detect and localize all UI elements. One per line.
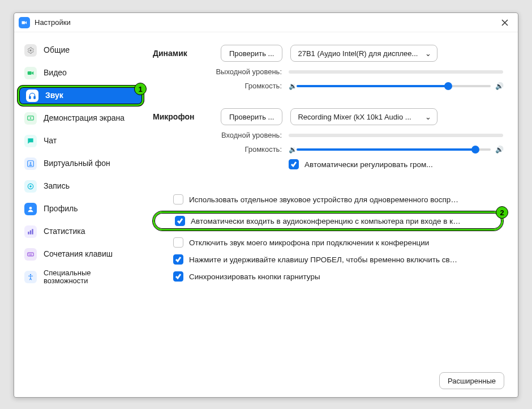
auto-join-audio-label: Автоматически входить в аудиоконференцию…	[191, 217, 462, 225]
sync-headset-label: Синхронизировать кнопки гарнитуры	[189, 272, 320, 281]
svg-rect-2	[29, 96, 31, 99]
app-icon	[19, 17, 30, 28]
close-button[interactable]	[496, 14, 513, 31]
auto-join-audio-row: Автоматически входить в аудиоконференцию…	[153, 211, 503, 231]
speaker-device-select[interactable]: 27B1 (Аудио Intel(R) для дисплее... ⌄	[290, 45, 437, 62]
svg-rect-12	[32, 229, 33, 234]
svg-rect-1	[28, 71, 32, 75]
svg-rect-10	[28, 232, 29, 235]
sidebar-item-label: Специальные возможности	[44, 269, 137, 286]
sidebar-item-label: Профиль	[44, 204, 78, 213]
sidebar-item-share-screen[interactable]: Демонстрация экрана	[18, 108, 144, 129]
volume-low-icon: 🔉	[289, 82, 297, 90]
sidebar-item-accessibility[interactable]: Специальные возможности	[18, 267, 144, 287]
svg-point-18	[30, 274, 31, 275]
sidebar-item-recording[interactable]: Запись	[18, 176, 144, 197]
keyboard-icon	[24, 248, 37, 261]
test-mic-button[interactable]: Проверить ...	[221, 108, 282, 125]
sidebar-item-label: Чат	[44, 137, 57, 145]
mute-mic-on-join-checkbox[interactable]	[173, 237, 183, 248]
sidebar-item-label: Видео	[44, 69, 67, 77]
window-title: Настройки	[35, 18, 71, 27]
speaker-output-meter	[289, 70, 503, 74]
profile-icon	[24, 203, 37, 215]
output-level-label: Выходной уровень:	[153, 67, 289, 76]
chevron-down-icon: ⌄	[425, 113, 431, 121]
mic-device-value: Recording Mixer (kX 10k1 Audio ...	[298, 113, 411, 121]
highlight-badge: 1	[134, 83, 147, 95]
svg-point-9	[29, 207, 32, 210]
svg-rect-17	[29, 255, 32, 255]
sidebar-item-label: Сочетания клавиш	[44, 250, 113, 258]
volume-high-icon: 🔊	[495, 146, 503, 154]
mic-device-select[interactable]: Recording Mixer (kX 10k1 Audio ... ⌄	[290, 108, 437, 125]
sync-headset-checkbox[interactable]	[173, 271, 183, 282]
sidebar-item-statistics[interactable]: Статистика	[18, 221, 144, 242]
sidebar-item-label: Звук	[45, 91, 63, 100]
mic-volume-slider[interactable]	[297, 148, 491, 151]
sidebar: Общие Видео Звук 1 Демонстрация экрана Ч…	[14, 32, 147, 397]
speaker-volume-label: Громкость:	[153, 82, 289, 90]
sidebar-item-video[interactable]: Видео	[18, 63, 144, 83]
mic-input-meter	[289, 134, 503, 137]
headphones-icon	[26, 90, 38, 102]
auto-adjust-volume-checkbox[interactable]	[289, 159, 299, 169]
svg-rect-15	[30, 254, 31, 254]
mic-volume-label: Громкость:	[153, 145, 289, 154]
separate-device-label: Использовать отдельное звуковое устройст…	[189, 195, 461, 204]
sidebar-item-label: Виртуальный фон	[44, 159, 110, 168]
sidebar-item-chat[interactable]: Чат	[18, 131, 144, 151]
chat-icon	[24, 135, 37, 147]
svg-rect-16	[31, 254, 32, 254]
accessibility-icon	[24, 271, 37, 283]
svg-rect-14	[29, 254, 29, 254]
speaker-section-label: Динамик	[153, 49, 221, 58]
mic-section-label: Микрофон	[153, 112, 221, 121]
content-panel: Динамик Проверить ... 27B1 (Аудио Intel(…	[147, 32, 518, 397]
highlight-badge: 2	[496, 206, 508, 219]
speaker-device-value: 27B1 (Аудио Intel(R) для дисплее...	[298, 49, 418, 58]
separate-device-checkbox[interactable]	[173, 194, 183, 204]
volume-low-icon: 🔉	[289, 146, 297, 154]
close-icon	[501, 19, 508, 26]
sidebar-item-label: Запись	[44, 182, 70, 190]
sidebar-item-profile[interactable]: Профиль	[18, 199, 144, 219]
svg-point-6	[30, 162, 32, 164]
auto-join-audio-checkbox[interactable]	[175, 216, 185, 226]
chevron-down-icon: ⌄	[425, 49, 431, 58]
sidebar-item-audio[interactable]: Звук 1	[18, 86, 144, 106]
speaker-volume-slider[interactable]	[297, 85, 491, 87]
input-level-label: Входной уровень:	[153, 131, 289, 139]
advanced-button[interactable]: Расширенные	[439, 372, 504, 389]
sidebar-item-shortcuts[interactable]: Сочетания клавиш	[18, 244, 144, 265]
volume-high-icon: 🔊	[495, 82, 503, 90]
camera-icon	[24, 67, 37, 79]
stats-icon	[24, 225, 37, 238]
sidebar-item-label: Общие	[44, 46, 70, 54]
push-to-talk-label: Нажмите и удерживайте клавишу ПРОБЕЛ, чт…	[189, 255, 461, 264]
sidebar-item-virtual-bg[interactable]: Виртуальный фон	[18, 154, 144, 174]
sidebar-item-general[interactable]: Общие	[18, 40, 144, 61]
mute-mic-on-join-label: Отключить звук моего микрофона при подкл…	[189, 238, 429, 247]
titlebar: Настройки	[14, 13, 518, 32]
svg-rect-3	[34, 96, 35, 99]
test-speaker-button[interactable]: Проверить ...	[221, 45, 282, 62]
auto-adjust-volume-label: Автоматически регулировать гром...	[304, 160, 433, 169]
push-to-talk-checkbox[interactable]	[173, 254, 183, 265]
svg-rect-11	[30, 231, 31, 235]
screen-share-icon	[24, 112, 37, 125]
svg-point-0	[29, 49, 32, 52]
record-icon	[24, 180, 37, 193]
settings-window: Настройки Общие Видео Звук 1 Демонстраци…	[14, 12, 518, 398]
sidebar-item-label: Статистика	[44, 227, 85, 236]
sidebar-item-label: Демонстрация экрана	[44, 114, 125, 122]
virtual-bg-icon	[24, 157, 37, 170]
gear-icon	[24, 44, 37, 57]
svg-point-8	[29, 185, 32, 188]
